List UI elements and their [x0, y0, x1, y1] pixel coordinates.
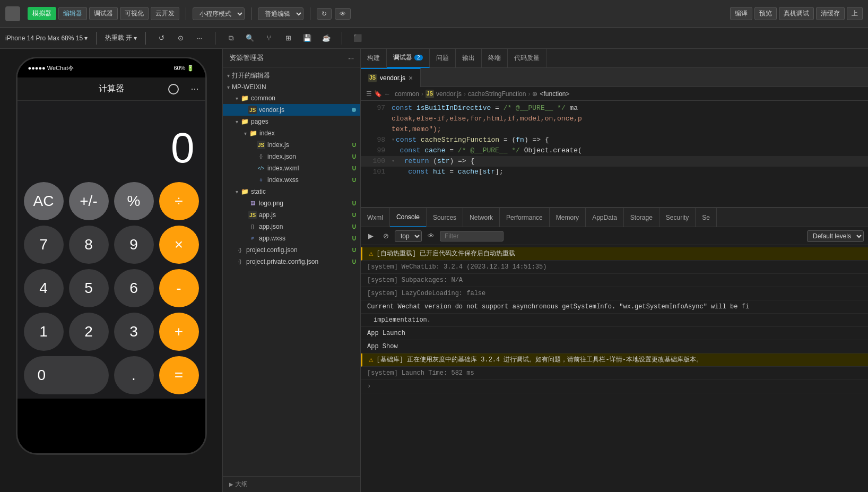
tab-build[interactable]: 构建	[361, 49, 387, 68]
cup-icon-btn[interactable]: ☕	[319, 31, 333, 45]
nav-back-icon[interactable]: ←	[384, 90, 390, 98]
console-block-icon[interactable]: ⊘	[380, 230, 392, 242]
tab-debugger[interactable]: 调试器 2	[387, 49, 430, 68]
file-vendor-js[interactable]: JS vendor.js	[223, 104, 360, 116]
hotreload-toggle[interactable]: 热重载 开 ▾	[105, 33, 137, 42]
calc-btn-7[interactable]: 7	[24, 226, 64, 264]
calc-btn-percent[interactable]: %	[114, 182, 154, 220]
calc-btn-dot[interactable]: .	[114, 356, 154, 394]
dt-tab-console[interactable]: Console	[390, 208, 427, 227]
more-icon-btn[interactable]: ···	[193, 31, 206, 45]
console-arrow-icon[interactable]: ›	[367, 382, 371, 391]
calc-btn-multiply[interactable]: ×	[159, 226, 199, 264]
preview-icon-btn[interactable]: 👁	[335, 8, 351, 20]
preview-btn[interactable]: 预览	[754, 7, 777, 20]
device-selector[interactable]: iPhone 14 Pro Max 68% 15 ▾	[5, 34, 88, 42]
folder-index[interactable]: ▾ 📁 index	[223, 127, 360, 139]
folder-static[interactable]: ▾ 📁 static	[223, 186, 360, 197]
tab-issues[interactable]: 问题	[430, 49, 456, 68]
breadcrumb-cachestringfunction[interactable]: cacheStringFunction	[468, 90, 526, 98]
branch-icon-btn[interactable]: ⑂	[262, 31, 276, 45]
context-select[interactable]: top	[395, 230, 422, 242]
calc-btn-plus[interactable]: +	[159, 313, 199, 351]
save-icon-btn[interactable]: 💾	[300, 31, 314, 45]
calc-btn-divide[interactable]: ÷	[159, 182, 199, 220]
debugger-btn[interactable]: 调试器	[89, 7, 118, 20]
eye-icon[interactable]: 👁	[425, 230, 437, 242]
fold-icon[interactable]: ▾	[392, 135, 395, 145]
dt-tab-performance[interactable]: Performance	[500, 208, 550, 227]
tab-vendor-js[interactable]: JS vendor.js ×	[361, 68, 421, 87]
calc-btn-9[interactable]: 9	[114, 226, 154, 264]
calc-btn-ac[interactable]: AC	[24, 182, 64, 220]
cloud-btn[interactable]: 云开发	[151, 7, 179, 20]
calc-btn-8[interactable]: 8	[69, 226, 109, 264]
tab-close-icon[interactable]: ×	[409, 74, 413, 82]
tab-code-quality[interactable]: 代码质量	[508, 49, 546, 68]
layout-icon-btn[interactable]: ⊞	[281, 31, 295, 45]
dt-tab-wxml[interactable]: Wxml	[361, 208, 390, 227]
console-line-prompt[interactable]: ›	[361, 380, 868, 393]
refresh-icon-btn[interactable]: ↺	[154, 31, 168, 45]
editor-btn[interactable]: 编辑器	[58, 7, 87, 20]
real-debug-btn[interactable]: 真机调试	[779, 7, 814, 20]
dt-tab-network[interactable]: Network	[463, 208, 500, 227]
calc-btn-2[interactable]: 2	[69, 313, 109, 351]
file-app-js[interactable]: JS app.js U	[223, 209, 360, 221]
dt-tab-se[interactable]: Se	[696, 208, 717, 227]
tab-output[interactable]: 输出	[456, 49, 482, 68]
dt-tab-sources[interactable]: Sources	[427, 208, 463, 227]
wechat-action-icon[interactable]	[168, 84, 179, 94]
filter-input[interactable]	[440, 231, 504, 241]
dt-tab-appdata[interactable]: AppData	[586, 208, 624, 227]
wechat-more-icon[interactable]: ···	[190, 83, 198, 94]
breadcrumb-vendorjs[interactable]: vendor.js	[436, 90, 462, 98]
compile-select[interactable]: 普通编辑	[258, 7, 303, 20]
simulator-btn[interactable]: 模拟器	[28, 7, 56, 20]
file-index-wxss[interactable]: # index.wxss U	[223, 174, 360, 186]
calc-btn-4[interactable]: 4	[24, 269, 64, 307]
bookmark-icon[interactable]: 🔖	[374, 90, 382, 98]
copy-icon-btn[interactable]: ⧉	[224, 31, 238, 45]
file-app-wxss[interactable]: # app.wxss U	[223, 232, 360, 244]
file-index-json[interactable]: {} index.json U	[223, 151, 360, 162]
calc-btn-plusminus[interactable]: +/-	[69, 182, 109, 220]
calc-btn-5[interactable]: 5	[69, 269, 109, 307]
visualize-btn[interactable]: 可视化	[120, 7, 149, 20]
levels-select[interactable]: Default levels	[807, 230, 864, 242]
file-project-config[interactable]: {} project.config.json U	[223, 244, 360, 256]
file-index-js[interactable]: JS index.js U	[223, 139, 360, 151]
mode-select[interactable]: 小程序模式	[193, 7, 245, 20]
dt-tab-memory[interactable]: Memory	[550, 208, 586, 227]
dt-tab-security[interactable]: Security	[659, 208, 696, 227]
console-exec-icon[interactable]: ▶	[365, 230, 377, 242]
section-open-editors[interactable]: ▾ 打开的编辑器	[223, 70, 360, 82]
calc-btn-1[interactable]: 1	[24, 313, 64, 351]
search-icon-btn[interactable]: 🔍	[243, 31, 257, 45]
file-logo-png[interactable]: 🖼 logo.png U	[223, 197, 360, 209]
explorer-more-icon[interactable]: ···	[348, 54, 354, 62]
section-outline[interactable]: ▶ 大纲	[223, 476, 360, 492]
folder-pages[interactable]: ▾ 📁 pages	[223, 116, 360, 127]
folder-common[interactable]: ▾ 📁 common	[223, 92, 360, 104]
file-index-wxml[interactable]: </> index.wxml U	[223, 162, 360, 174]
stop-icon-btn[interactable]: ⊙	[173, 31, 187, 45]
calc-btn-0[interactable]: 0	[24, 356, 109, 394]
breadcrumb-common[interactable]: common	[395, 90, 419, 98]
clear-cache-btn[interactable]: 清缓存	[816, 7, 845, 20]
back-icon[interactable]: ☰	[366, 90, 372, 98]
file-app-json[interactable]: {} app.json U	[223, 221, 360, 232]
file-project-private-config[interactable]: {} project.private.config.json U	[223, 256, 360, 267]
terminal-icon-btn[interactable]: ⬛	[351, 31, 364, 45]
calc-btn-equals[interactable]: =	[159, 356, 199, 394]
upload-btn[interactable]: 上	[847, 7, 863, 20]
compile-btn[interactable]: 编译	[730, 7, 752, 20]
fold-icon-2[interactable]: ▾	[392, 156, 395, 167]
calc-btn-3[interactable]: 3	[114, 313, 154, 351]
calc-btn-6[interactable]: 6	[114, 269, 154, 307]
section-mp-weixin[interactable]: ▾ MP-WEIXIN	[223, 82, 360, 92]
dt-tab-storage[interactable]: Storage	[624, 208, 659, 227]
calc-btn-minus[interactable]: -	[159, 269, 199, 307]
refresh-btn[interactable]: ↻	[317, 8, 332, 20]
tab-terminal[interactable]: 终端	[482, 49, 508, 68]
